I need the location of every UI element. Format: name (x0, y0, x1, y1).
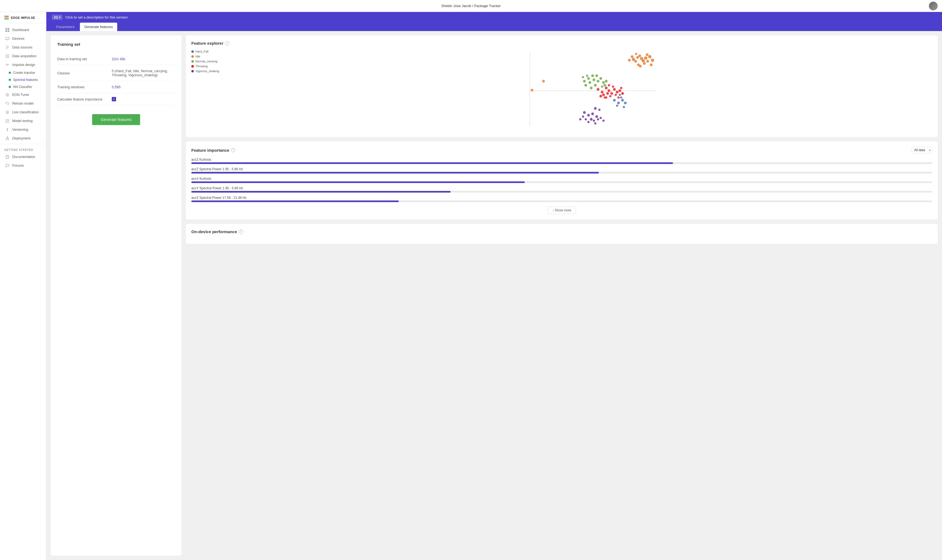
svg-point-68 (607, 89, 610, 92)
svg-point-53 (583, 80, 586, 83)
svg-point-82 (608, 84, 610, 86)
svg-point-106 (594, 107, 597, 110)
importance-bar-track-1 (191, 172, 932, 174)
sidebar-label-dashboard: Dashboard (12, 28, 29, 32)
svg-point-84 (613, 99, 616, 102)
svg-point-75 (615, 94, 617, 96)
retrain-model-icon (5, 102, 9, 106)
sidebar-nav: Dashboard Devices Data sources Data acqu… (0, 23, 46, 560)
svg-point-86 (621, 99, 624, 102)
svg-point-107 (598, 109, 600, 111)
tabs-bar: Parameters Generate features (46, 23, 942, 31)
svg-point-54 (600, 77, 602, 80)
tab-parameters[interactable]: Parameters (52, 23, 79, 31)
svg-point-103 (594, 122, 597, 125)
svg-point-89 (624, 102, 627, 104)
svg-rect-20 (6, 138, 9, 140)
importance-label-2: accX Kurtosis (191, 177, 932, 181)
svg-point-100 (582, 115, 584, 118)
sidebar-label-documentation: Documentation (12, 155, 35, 159)
version-badge[interactable]: #1 ▾ (52, 15, 62, 20)
on-device-header: On-device performance ? (191, 229, 932, 234)
right-panel: Feature explorer i Hard_Fall Idle (186, 35, 937, 555)
deployment-icon (5, 136, 9, 140)
svg-rect-5 (7, 40, 8, 40)
svg-point-105 (579, 118, 581, 120)
svg-point-81 (620, 87, 622, 89)
topbar-sep: / (472, 4, 474, 8)
sidebar-item-forums[interactable]: Forums (0, 161, 46, 170)
svg-point-94 (591, 112, 594, 115)
logo-bar-red (5, 16, 9, 17)
sidebar-item-retrain-model[interactable]: Retrain model (0, 99, 46, 108)
scatter-plot (234, 50, 932, 132)
show-more-button[interactable]: ↓ Show more (547, 206, 576, 214)
importance-bar-fill-1 (191, 172, 599, 174)
svg-point-35 (646, 60, 649, 63)
svg-point-70 (613, 88, 616, 91)
legend-label-hard-fall: Hard_Fall (196, 50, 208, 53)
legend-label-idle: Idle (196, 55, 200, 58)
svg-point-85 (617, 102, 620, 104)
sidebar-item-data-sources[interactable]: Data sources (0, 43, 46, 52)
svg-point-18 (7, 128, 8, 129)
generate-btn-wrap: Generate features (57, 114, 175, 125)
sidebar-sub-create-impulse[interactable]: Create impulse (9, 69, 46, 76)
logo-bar-orange (5, 17, 9, 18)
calculate-importance-checkbox[interactable] (112, 97, 116, 102)
generate-features-button[interactable]: Generate features (92, 114, 140, 125)
sidebar-item-versioning[interactable]: Versioning (0, 125, 46, 134)
svg-point-65 (601, 91, 603, 94)
legend-item-throwing: Throwing (191, 65, 230, 68)
getting-started-label: GETTING STARTED (0, 145, 46, 152)
training-value-windows: 5,595 (112, 85, 121, 89)
legend-dot-idle (191, 55, 194, 58)
svg-rect-1 (8, 28, 9, 30)
training-row-windows: Training windows 5,595 (57, 81, 175, 93)
tab-generate-features[interactable]: Generate features (80, 23, 117, 31)
feature-importance-info-icon[interactable]: ? (231, 148, 235, 152)
topbar-user: Shebin Jose Jacob (441, 4, 471, 8)
svg-point-67 (602, 94, 605, 96)
topbar-title: Shebin Jose Jacob / Package Tracker (441, 4, 501, 8)
sidebar-item-data-acquisition[interactable]: Data acquisition (0, 52, 46, 60)
sidebar-item-impulse-design[interactable]: Impulse design (0, 60, 46, 69)
importance-header: Feature importance ? All data (191, 147, 932, 153)
svg-point-33 (631, 55, 634, 58)
sidebar-sub-spectral-features[interactable]: Spectral features (9, 76, 46, 83)
avatar-img (929, 2, 937, 10)
on-device-title: On-device performance (191, 229, 237, 234)
sidebar-item-deployment[interactable]: Deployment (0, 134, 46, 143)
svg-point-42 (639, 65, 641, 68)
sidebar-item-eon-tuner[interactable]: EON Tuner (0, 91, 46, 99)
sidebar: EDGE IMPULSE Dashboard Devices Data sour… (0, 12, 46, 560)
svg-point-31 (638, 54, 641, 57)
sidebar-item-documentation[interactable]: Documentation (0, 152, 46, 161)
sidebar-item-dashboard[interactable]: Dashboard (0, 26, 46, 34)
sidebar-label-impulse-design: Impulse design (12, 63, 35, 67)
sidebar-item-model-testing[interactable]: Model testing (0, 117, 46, 125)
version-description[interactable]: Click to set a description for this vers… (65, 15, 128, 19)
legend-label-throwing: Throwing (196, 65, 208, 68)
importance-dropdown[interactable]: All data (912, 147, 932, 153)
forums-icon (5, 163, 9, 168)
on-device-info-icon[interactable]: ? (239, 229, 243, 234)
importance-label-4: accZ Spectral Power 17.58 - 21.48 Hz (191, 196, 932, 200)
svg-point-57 (595, 74, 598, 77)
training-value-classes: 5 (Hard_Fall, Idle, Normal_carrying, Thr… (112, 69, 175, 77)
importance-row-4: accZ Spectral Power 17.58 - 21.48 Hz (191, 196, 932, 202)
tab-generate-features-label: Generate features (84, 25, 113, 29)
svg-point-43 (650, 63, 652, 66)
sidebar-item-live-classification[interactable]: Live classification (0, 108, 46, 117)
topbar: Shebin Jose Jacob / Package Tracker (0, 0, 942, 12)
sidebar-label-model-testing: Model testing (12, 119, 32, 123)
version-bar: #1 ▾ Click to set a description for this… (46, 12, 942, 23)
data-sources-icon (5, 45, 9, 49)
version-number: #1 (54, 15, 58, 19)
sidebar-item-devices[interactable]: Devices (0, 34, 46, 43)
feature-explorer-info-icon[interactable]: i (225, 41, 230, 46)
sidebar-sub-label-create-impulse: Create impulse (13, 71, 35, 75)
tab-parameters-label: Parameters (56, 25, 74, 29)
main-content: #1 ▾ Click to set a description for this… (46, 12, 942, 560)
sidebar-sub-nn-classifier[interactable]: NN Classifier (9, 83, 46, 91)
